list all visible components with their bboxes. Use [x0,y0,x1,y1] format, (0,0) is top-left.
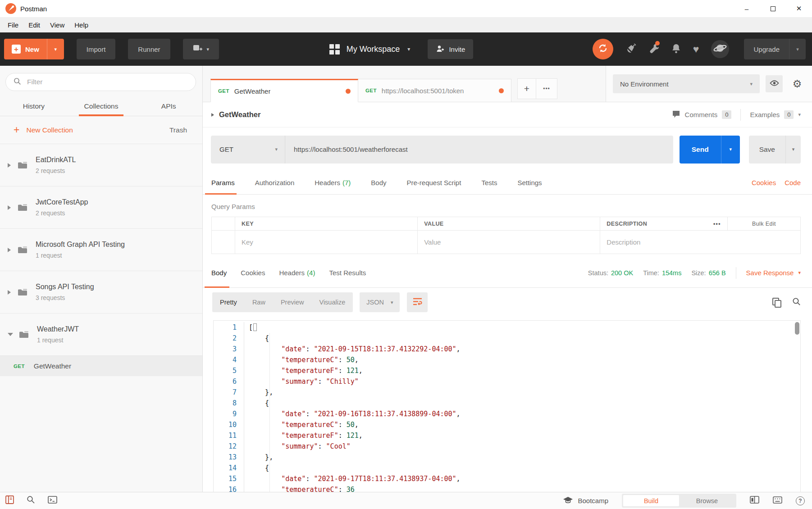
key-cell[interactable] [235,231,418,254]
import-button[interactable]: Import [77,39,116,59]
filter-input[interactable] [27,78,188,86]
collection-item-jwtcoretestapp[interactable]: JwtCoreTestApp 2 requests [0,186,202,229]
new-button-dropdown[interactable]: ▾ [47,39,64,59]
copy-icon[interactable] [772,298,781,307]
toggle-browse[interactable]: Browse [679,495,735,506]
value-cell[interactable] [418,231,600,254]
tab-headers[interactable]: Headers(7) [315,171,351,194]
send-dropdown[interactable]: ▾ [721,136,740,164]
code-line: 8 { [214,398,800,409]
method-select[interactable]: GET ▾ [211,136,285,164]
notifications-button[interactable] [671,43,681,55]
response-tab-body[interactable]: Body [211,258,227,287]
sidebar-request-getweather[interactable]: GET GetWeather [0,356,202,376]
send-button[interactable]: Send ▾ [680,136,740,164]
new-collection-button[interactable]: New Collection [26,126,73,134]
wrap-text-button[interactable] [407,292,428,312]
response-tab-headers[interactable]: Headers(4) [279,258,315,287]
environment-settings-button[interactable]: ⚙ [789,75,806,92]
minimize-button[interactable]: – [734,0,760,17]
scrollbar-thumb[interactable] [795,322,799,335]
tab-pre-request-script[interactable]: Pre-request Script [407,171,461,194]
chevron-down-icon[interactable] [8,333,13,336]
menu-help[interactable]: Help [69,21,93,29]
chevron-right-icon[interactable] [8,248,11,252]
help-button[interactable]: ? [796,496,805,505]
upgrade-dropdown[interactable]: ▾ [789,39,806,59]
toggle-sidebar-button[interactable] [5,495,14,506]
collection-item-songs-api[interactable]: Songs API Testing 3 requests [0,271,202,314]
description-input[interactable] [607,238,794,246]
new-window-button[interactable]: ▾ [183,39,219,59]
chevron-right-icon[interactable] [211,113,214,117]
filter-box[interactable] [5,73,196,91]
cookies-link[interactable]: Cookies [752,179,776,186]
request-tab-getweather[interactable]: GET GetWeather [210,79,358,102]
search-icon[interactable] [792,297,801,308]
find-button[interactable] [27,495,35,506]
account-button[interactable] [711,40,729,58]
tab-options-button[interactable]: ••• [536,78,557,99]
response-tab-test-results[interactable]: Test Results [329,258,366,287]
console-button[interactable] [48,496,57,505]
value-input[interactable] [424,238,593,246]
tab-history[interactable]: History [0,96,68,116]
chevron-right-icon[interactable] [8,205,11,210]
runner-button[interactable]: Runner [128,39,170,59]
collection-item-microsoft-graph[interactable]: Microsoft Graph API Testing 1 request [0,229,202,271]
upgrade-button[interactable]: Upgrade ▾ [744,39,806,59]
workspace-switcher[interactable]: My Workspace ▾ Invite [219,39,584,59]
view-visualize[interactable]: Visualize [311,292,353,312]
examples-button[interactable]: Examples 0 ▾ [750,110,801,119]
chevron-down-icon: ▾ [55,47,57,52]
description-cell[interactable] [600,231,801,254]
chevron-right-icon[interactable] [8,290,11,295]
tab-settings[interactable]: Settings [517,171,542,194]
maximize-button[interactable] [760,0,786,17]
tab-tests[interactable]: Tests [481,171,497,194]
two-pane-view-button[interactable] [750,496,759,505]
params-more-icon[interactable]: ••• [713,221,721,227]
collection-item-eatdrinkatl[interactable]: EatDrinkATL 2 requests [0,144,202,186]
url-input[interactable] [285,136,673,164]
view-raw[interactable]: Raw [245,292,273,312]
tab-collections[interactable]: Collections [68,96,135,116]
sync-button[interactable] [593,39,613,59]
comments-button[interactable]: Comments 0 [672,110,732,120]
new-button[interactable]: + New ▾ [4,39,64,59]
interceptor-button[interactable]: ♥ [693,44,699,55]
save-response-button[interactable]: Save Response ▾ [746,269,801,277]
save-dropdown[interactable]: ▾ [785,136,801,164]
menu-view[interactable]: View [45,21,69,29]
menu-file[interactable]: File [3,21,23,29]
tab-body[interactable]: Body [371,171,386,194]
request-tab-token[interactable]: GET https://localhost:5001/token [358,79,511,102]
collection-item-weatherjwt[interactable]: WeatherJWT 1 request [0,314,202,356]
trash-button[interactable]: Trash [169,126,187,134]
response-body-editor[interactable]: 1[2 {3 "date": "2021-09-15T18:11:37.4132… [213,320,801,492]
bootcamp-button[interactable]: Bootcamp [563,496,608,505]
toggle-build[interactable]: Build [623,495,679,506]
tab-apis[interactable]: APIs [135,96,202,116]
chevron-right-icon[interactable] [8,163,11,168]
invite-button[interactable]: Invite [428,39,473,59]
key-input[interactable] [242,238,411,246]
environment-select[interactable]: No Environment ▾ [613,74,760,93]
menu-edit[interactable]: Edit [23,21,45,29]
plus-icon: + [524,83,529,94]
view-pretty[interactable]: Pretty [212,292,245,312]
new-tab-button[interactable]: + [517,78,536,99]
tools-button[interactable] [649,43,659,56]
shortcuts-button[interactable] [773,496,782,505]
environment-quicklook-button[interactable] [766,75,783,92]
save-button[interactable]: Save ▾ [749,136,801,164]
tab-authorization[interactable]: Authorization [255,171,295,194]
response-tab-cookies[interactable]: Cookies [241,258,265,287]
bulk-edit-link[interactable]: Bulk Edit [728,217,801,231]
tab-params[interactable]: Params [211,171,235,194]
view-preview[interactable]: Preview [273,292,312,312]
close-button[interactable]: ✕ [786,0,812,17]
api-network-button[interactable] [625,43,637,56]
code-link[interactable]: Code [785,179,801,186]
format-select[interactable]: JSON ▾ [360,292,400,312]
